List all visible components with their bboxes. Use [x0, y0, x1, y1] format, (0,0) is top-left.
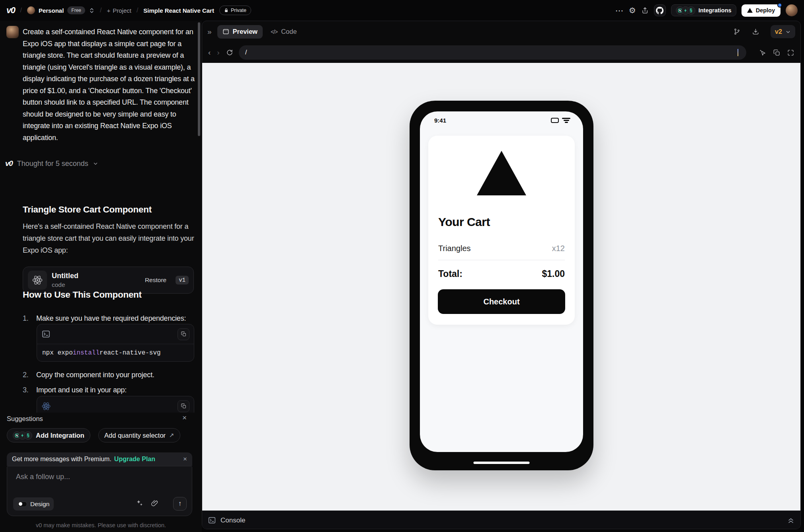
step-item: 3. Import and use it in your app:	[23, 386, 127, 394]
spiral-glyph: §	[690, 8, 693, 13]
status-bar-icons	[551, 118, 570, 123]
vercel-triangle-icon	[747, 8, 753, 13]
restore-button[interactable]: Restore	[145, 277, 166, 284]
checkout-label: Checkout	[483, 297, 519, 306]
status-bar-time: 9:41	[434, 117, 446, 124]
github-button[interactable]	[654, 4, 666, 16]
design-label: Design	[30, 501, 49, 508]
status-signal-icon	[562, 118, 570, 123]
workspace-name: Personal	[39, 7, 64, 14]
breadcrumb-separator: /	[100, 7, 101, 14]
workspace-switcher[interactable]: Personal Free	[27, 6, 95, 14]
chat-scrollbar[interactable]	[198, 22, 200, 136]
response-intro: Here's a self-contained React Native com…	[23, 220, 197, 256]
settings-gear-button[interactable]: ⚙	[629, 6, 636, 14]
duplicate-window-icon[interactable]	[773, 49, 781, 57]
thought-toggle[interactable]: v0 Thought for 5 seconds	[5, 159, 98, 168]
send-arrow-icon: ↑	[178, 500, 182, 508]
project-title[interactable]: Simple React Native Cart	[143, 7, 214, 14]
react-icon	[28, 271, 47, 290]
deploy-button[interactable]: Deploy	[742, 4, 781, 17]
tab-preview-label: Preview	[233, 28, 258, 35]
copy-code-button[interactable]	[178, 328, 189, 340]
console-label: Console	[221, 516, 245, 524]
banner-close-icon[interactable]: ×	[183, 455, 187, 463]
breadcrumb-separator: /	[137, 7, 138, 14]
expand-sidebar-icon[interactable]: »	[207, 27, 212, 36]
triangle-preview	[477, 151, 526, 195]
version-label: v2	[775, 28, 782, 35]
divider	[438, 260, 565, 260]
url-bar[interactable]	[239, 45, 746, 60]
checkout-button[interactable]: Checkout	[438, 289, 565, 314]
add-integration-button[interactable]: § Add Integration	[7, 428, 90, 442]
design-mode-toggle[interactable]: Design	[13, 497, 54, 511]
step-text: Import and use it in your app:	[36, 386, 127, 394]
cart-card: Your Cart Triangles x12 Total: $1.00 Che…	[428, 136, 575, 325]
cart-title: Your Cart	[438, 215, 490, 229]
user-avatar[interactable]	[786, 4, 798, 16]
new-project-button[interactable]: + Project	[107, 7, 131, 14]
inspect-cursor-icon[interactable]	[759, 49, 767, 57]
git-branch-icon[interactable]	[733, 28, 741, 35]
followup-input[interactable]	[16, 473, 175, 493]
attachment-paperclip-icon[interactable]	[150, 499, 159, 507]
step-text: Make sure you have the required dependen…	[36, 314, 186, 323]
step-text: Copy the component into your project.	[36, 371, 154, 379]
v0-logo[interactable]: v0	[6, 5, 15, 16]
upgrade-plan-link[interactable]: Upgrade Plan	[114, 456, 155, 463]
new-project-label: Project	[113, 7, 131, 14]
privacy-label: Private	[231, 8, 246, 13]
version-selector[interactable]: v2	[771, 25, 795, 38]
terminal-icon	[208, 516, 216, 524]
github-icon	[656, 7, 663, 14]
followup-composer: Design ↑	[7, 466, 192, 516]
react-icon	[41, 401, 51, 411]
nav-back-button[interactable]: ‹	[208, 48, 211, 57]
code-text: react-native-svg	[100, 349, 161, 357]
message-author-avatar	[6, 26, 19, 38]
step-number: 2.	[23, 371, 32, 379]
double-chevron-up-icon[interactable]	[787, 516, 795, 524]
console-bar[interactable]: Console	[202, 511, 800, 529]
url-input[interactable]	[245, 49, 740, 57]
refresh-icon[interactable]	[226, 49, 233, 56]
step-item: 1. Make sure you have the required depen…	[23, 314, 186, 323]
cart-item-row: Triangles x12	[438, 244, 565, 253]
item-name: Triangles	[438, 244, 471, 253]
sparkles-icon[interactable]	[135, 499, 144, 507]
plus-icon: +	[107, 7, 110, 14]
nav-forward-button[interactable]: ›	[217, 48, 219, 57]
phone-screen: 9:41 Your Cart Triangles x12	[420, 111, 583, 452]
more-menu-button[interactable]: ⋯	[615, 6, 624, 15]
home-indicator	[474, 462, 530, 464]
send-button[interactable]: ↑	[173, 497, 187, 511]
fullscreen-icon[interactable]	[787, 49, 794, 57]
chevron-down-icon	[93, 161, 98, 166]
cart-total-row: Total: $1.00	[438, 269, 565, 279]
suggestions-close-icon[interactable]: ×	[182, 413, 187, 422]
chevron-up-down-icon	[89, 8, 95, 14]
code-snippet: npx expo install react-native-svg	[37, 344, 194, 362]
code-block-install: npx expo install react-native-svg	[37, 324, 194, 362]
toggle-icon	[18, 501, 27, 507]
plan-badge: Free	[67, 6, 85, 14]
preview-panel: » Preview </> Code v2 ‹ ›	[202, 21, 801, 529]
integrations-button[interactable]: § Integrations	[671, 4, 736, 16]
status-rect-icon	[551, 118, 559, 123]
code-icon: </>	[271, 29, 277, 35]
premium-banner: Get more messages with Premium. Upgrade …	[7, 452, 192, 466]
add-quantity-selector-button[interactable]: Add quantity selector ↗	[98, 428, 180, 442]
copy-code-button[interactable]	[178, 400, 189, 412]
share-icon[interactable]	[641, 7, 649, 14]
tab-code[interactable]: </> Code	[267, 28, 301, 35]
privacy-badge[interactable]: Private	[219, 6, 251, 15]
browser-bar: ‹ ›	[202, 42, 800, 63]
download-icon[interactable]	[752, 28, 759, 35]
tab-preview[interactable]: Preview	[217, 25, 263, 39]
step-item: 2. Copy the component into your project.	[23, 371, 154, 379]
user-message: Create a self-contained React Native com…	[23, 26, 196, 144]
workspace-avatar	[27, 6, 35, 14]
chat-panel: Create a self-contained React Native com…	[0, 21, 202, 532]
item-quantity: x12	[552, 244, 565, 253]
